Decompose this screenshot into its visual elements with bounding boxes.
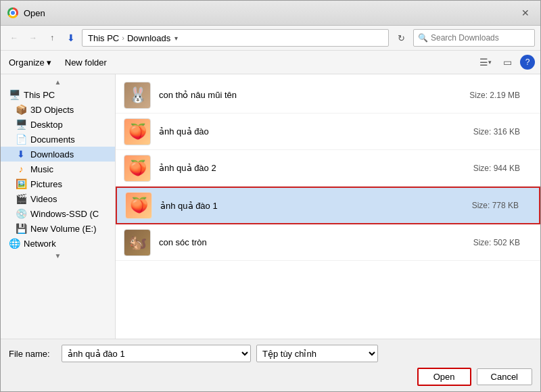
close-button[interactable]: ✕ [517, 5, 534, 21]
sidebar-label-pictures: Pictures [30, 179, 62, 189]
file-thumbnail-3: 🍑 [124, 155, 151, 182]
breadcrumb-this-pc: This PC [88, 33, 119, 43]
refresh-button[interactable]: ↻ [392, 28, 410, 47]
sidebar-label-3d-objects: 3D Objects [30, 105, 74, 115]
file-thumb-emoji-1: 🐰 [128, 87, 147, 104]
file-item-4[interactable]: 🍑 ảnh quả đào 1 Size: 778 KB [116, 187, 540, 224]
dialog-title: Open [24, 8, 45, 18]
sidebar-item-pictures[interactable]: 🖼️ Pictures [1, 176, 115, 191]
file-size-1: Size: 2.19 MB [469, 91, 520, 100]
file-list: 🐰 con thỏ nâu mũi tên Size: 2.19 MB 🍑 ản… [116, 74, 540, 339]
breadcrumb-sep-1: › [122, 34, 124, 42]
music-icon: ♪ [16, 164, 26, 174]
view-toggle-button[interactable]: ☰ ▾ [477, 53, 494, 71]
view-icon: ☰ [479, 57, 488, 68]
sidebar-label-desktop: Desktop [30, 120, 63, 130]
forward-button[interactable]: → [25, 30, 41, 46]
sidebar-item-downloads[interactable]: ⬇ Downloads [1, 147, 115, 162]
breadcrumb-dropdown-arrow[interactable]: ▾ [174, 34, 178, 42]
sidebar-label-music: Music [30, 164, 53, 174]
filetype-dropdown[interactable]: Tệp tùy chỉnh [256, 345, 378, 362]
up-button[interactable]: ↑ [44, 30, 60, 46]
organize-label: Organize [9, 57, 45, 68]
toolbar: Organize ▾ New folder ☰ ▾ ▭ ? [1, 51, 540, 74]
back-button[interactable]: ← [6, 30, 22, 46]
this-pc-icon: 🖥️ [9, 89, 20, 100]
documents-icon: 📄 [16, 134, 26, 145]
panel-icon: ▭ [503, 57, 512, 68]
file-size-5: Size: 502 KB [473, 238, 520, 247]
file-item-5[interactable]: 🐿️ con sóc tròn Size: 502 KB [116, 224, 540, 261]
file-thumb-emoji-3: 🍑 [128, 160, 147, 177]
sidebar-label-videos: Videos [30, 194, 57, 204]
toolbar-right: ☰ ▾ ▭ ? [477, 53, 535, 71]
new-folder-label: New folder [65, 57, 107, 68]
title-bar-left: Open [7, 7, 45, 18]
search-bar: 🔍 [413, 29, 535, 47]
sidebar-label-windows-ssd: Windows-SSD (C [30, 209, 99, 219]
file-item-1[interactable]: 🐰 con thỏ nâu mũi tên Size: 2.19 MB [116, 77, 540, 114]
file-size-4: Size: 778 KB [472, 201, 519, 210]
sidebar-item-windows-ssd[interactable]: 💿 Windows-SSD (C [1, 206, 115, 221]
cancel-button[interactable]: Cancel [477, 368, 532, 385]
breadcrumb[interactable]: This PC › Downloads ▾ [82, 29, 389, 47]
file-thumbnail-4: 🍑 [125, 192, 152, 219]
action-row: Open Cancel [9, 368, 532, 386]
organize-arrow: ▾ [47, 57, 51, 68]
windows-ssd-icon: 💿 [16, 208, 26, 219]
downloads-icon: ⬇ [16, 149, 26, 160]
file-thumb-emoji-5: 🐿️ [128, 234, 147, 251]
file-item-3[interactable]: 🍑 ảnh quả đào 2 Size: 944 KB [116, 150, 540, 187]
sidebar-item-documents[interactable]: 📄 Documents [1, 132, 115, 147]
organize-button[interactable]: Organize ▾ [6, 56, 54, 69]
file-size-2: Size: 316 KB [473, 127, 520, 137]
bottom-bar: File name: ảnh quả đào 1 Tệp tùy chỉnh O… [1, 339, 540, 391]
view-arrow: ▾ [488, 59, 492, 66]
sidebar-label-network: Network [24, 239, 56, 249]
file-thumb-emoji-4: 🍑 [130, 197, 148, 214]
sidebar-scroll-down[interactable]: ▼ [1, 251, 115, 261]
search-input[interactable] [431, 33, 530, 43]
sidebar-item-music[interactable]: ♪ Music [1, 162, 115, 176]
filename-row: File name: ảnh quả đào 1 Tệp tùy chỉnh [9, 345, 532, 362]
nav-bar: ← → ↑ ⬇ This PC › Downloads ▾ ↻ 🔍 [1, 26, 540, 51]
sidebar: ▲ 🖥️ This PC 📦 3D Objects 🖥️ Desktop 📄 D… [1, 74, 116, 339]
sidebar-item-this-pc[interactable]: 🖥️ This PC [1, 87, 115, 102]
3d-objects-icon: 📦 [16, 104, 26, 115]
new-volume-icon: 💾 [16, 223, 26, 234]
sidebar-item-new-volume[interactable]: 💾 New Volume (E:) [1, 221, 115, 236]
breadcrumb-downloads: Downloads [127, 33, 170, 43]
sidebar-item-network[interactable]: 🌐 Network [1, 236, 115, 251]
network-icon: 🌐 [9, 238, 20, 249]
new-folder-button[interactable]: New folder [62, 56, 110, 69]
sidebar-label-downloads: Downloads [30, 149, 74, 160]
file-thumb-emoji-2: 🍑 [128, 123, 147, 141]
sidebar-item-desktop[interactable]: 🖥️ Desktop [1, 117, 115, 132]
title-bar: Open ✕ [1, 1, 540, 26]
desktop-icon: 🖥️ [16, 119, 26, 130]
download-indicator: ⬇ [63, 30, 79, 46]
file-thumbnail-1: 🐰 [124, 82, 151, 109]
sidebar-label-this-pc: This PC [24, 90, 55, 100]
help-button[interactable]: ? [520, 55, 535, 70]
panel-button[interactable]: ▭ [498, 53, 516, 71]
file-thumbnail-5: 🐿️ [124, 229, 151, 256]
search-icon: 🔍 [418, 33, 428, 43]
sidebar-scroll-up[interactable]: ▲ [1, 77, 115, 87]
file-size-3: Size: 944 KB [473, 164, 520, 173]
sidebar-label-new-volume: New Volume (E:) [30, 224, 97, 234]
app-icon [7, 7, 18, 18]
help-icon: ? [525, 57, 530, 67]
filename-label: File name: [9, 349, 56, 359]
file-thumbnail-2: 🍑 [124, 118, 151, 145]
open-button[interactable]: Open [417, 368, 471, 386]
main-area: ▲ 🖥️ This PC 📦 3D Objects 🖥️ Desktop 📄 D… [1, 74, 540, 339]
sidebar-item-videos[interactable]: 🎬 Videos [1, 191, 115, 206]
sidebar-item-3d-objects[interactable]: 📦 3D Objects [1, 102, 115, 117]
open-dialog: Open ✕ ← → ↑ ⬇ This PC › Downloads ▾ ↻ 🔍… [0, 0, 541, 392]
sidebar-label-documents: Documents [30, 134, 75, 145]
videos-icon: 🎬 [16, 193, 26, 204]
pictures-icon: 🖼️ [16, 178, 26, 189]
filename-input[interactable]: ảnh quả đào 1 [62, 345, 251, 362]
file-item-2[interactable]: 🍑 ảnh quả đào Size: 316 KB [116, 114, 540, 150]
